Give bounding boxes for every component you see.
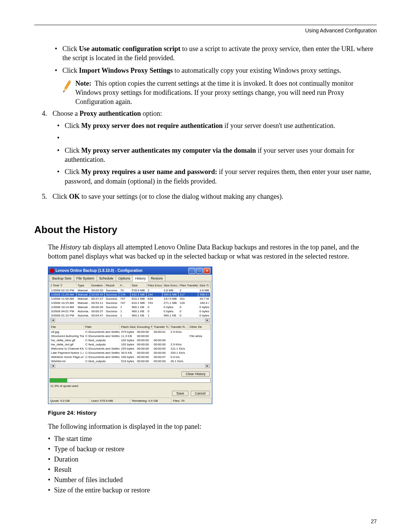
info-list-item: The start time: [48, 434, 377, 444]
table-row[interactable]: 1/2008 10:15 AMManual ...00:53:11Success…: [50, 301, 210, 305]
info-list-item: Size of the entire backup or restore: [48, 485, 377, 495]
table-row[interactable]: u6.jpgC:\Documents and Setting...479 byt…: [50, 330, 210, 334]
column-header[interactable]: Type: [76, 283, 90, 288]
table-row[interactable]: hw_delta_olive.gifC:\test_outputs102 byt…: [50, 338, 210, 342]
pencil-icon: [62, 79, 72, 94]
close-button[interactable]: ×: [204, 268, 210, 274]
status-used: Used: 578.9 MB: [89, 398, 131, 404]
maximize-button[interactable]: □: [196, 268, 203, 274]
table-row[interactable]: 1/2008 10:14 AMManual ...00:00:26Success…: [50, 305, 210, 309]
table-row[interactable]: hw_delta_red.gifC:\test_outputs102 bytes…: [50, 342, 210, 347]
tab-restore[interactable]: Restore: [148, 275, 166, 281]
step-4: Choose a Proxy authentication option: Cl…: [42, 109, 377, 186]
scroll-right-icon[interactable]: ►: [205, 318, 210, 322]
status-remaining: Remaining: 4.4 GB: [130, 398, 171, 404]
step4-bullet-domain-auth: Click My proxy server authenticates my c…: [57, 146, 377, 165]
column-header[interactable]: Patch Size: [120, 324, 136, 330]
table-row[interactable]: 1/2008 11:00 AMManual ...00:27:27Success…: [50, 297, 210, 301]
figure-caption: Figure 24: History: [48, 409, 377, 416]
status-files: Files: 70: [171, 398, 212, 404]
column-header[interactable]: Size Tr: [198, 283, 210, 288]
bullet-import-windows-proxy: Click Import Windows Proxy Settings to a…: [49, 66, 377, 75]
column-header[interactable]: t Time ▽: [50, 283, 76, 288]
minimize-button[interactable]: _: [188, 268, 195, 274]
history-intro-paragraph: The History tab displays all attempted L…: [48, 243, 377, 261]
step4-bullet-empty: [57, 133, 377, 142]
table-row[interactable]: Structured Authoring Traini...C:\Documen…: [50, 334, 210, 338]
cancel-button[interactable]: Cancel: [191, 391, 210, 396]
scroll-left-icon[interactable]: ◄: [51, 318, 55, 322]
scroll-right-icon[interactable]: ►: [205, 364, 210, 368]
column-header[interactable]: Result: [105, 283, 119, 288]
tab-options[interactable]: Options: [116, 275, 133, 281]
status-bar: Quota: 5.0 GB Used: 578.9 MB Remaining: …: [48, 398, 212, 404]
table-row[interactable]: Welcome to Channel EMC.urlC:\Documents a…: [50, 347, 210, 351]
column-header[interactable]: Encoding T...: [136, 324, 153, 330]
section-heading-about-history: About the History: [34, 224, 377, 236]
tab-file-system[interactable]: File System: [74, 275, 97, 281]
quota-label: 11.3% of quota used: [49, 383, 211, 389]
history-top-grid[interactable]: t Time ▽TypeDurationResultF...SizeFiles …: [49, 283, 211, 323]
window-title: Lenovo Online Backup (1.8.10.0) - Config…: [54, 268, 188, 273]
step-5: Click OK to save your settings (or to cl…: [42, 192, 377, 201]
table-row[interactable]: Wishlist.txtC:\test_outputs519 bytes00:0…: [50, 359, 210, 363]
note-block: Note: This option copies the current set…: [62, 79, 377, 107]
table-row[interactable]: 1/2008 11:29 AMManual ...02:05:49Success…: [50, 292, 210, 297]
info-list-item: Result: [48, 465, 377, 475]
column-header[interactable]: Duration: [90, 283, 105, 288]
running-header: Using Advanced Configuration: [34, 27, 377, 34]
column-header[interactable]: Transfer R...: [169, 324, 188, 330]
column-header[interactable]: Files Transferr...: [178, 283, 198, 288]
column-header[interactable]: Path: [84, 324, 120, 330]
tab-history[interactable]: History: [132, 275, 148, 281]
top-grid-hscrollbar[interactable]: ◄ ►: [50, 318, 210, 323]
table-row[interactable]: 1/2008 02:10 PMManual ...00:02:03Success…: [50, 288, 210, 292]
followup-paragraph: The following information is displayed i…: [48, 423, 377, 431]
step4-bullet-no-auth: Click My proxy server does not require a…: [57, 121, 377, 130]
scroll-left-icon[interactable]: ◄: [51, 364, 55, 368]
column-header[interactable]: Other De: [188, 324, 210, 330]
column-header[interactable]: Files Enco...: [147, 283, 162, 288]
status-quota: Quota: 5.0 GB: [48, 398, 89, 404]
column-header[interactable]: Size: [131, 283, 147, 288]
info-list-item: Number of files included: [48, 475, 377, 485]
history-bottom-grid[interactable]: FilePathPatch SizeEncoding T...Transfer …: [49, 324, 211, 369]
bottom-grid-hscrollbar[interactable]: ◄ ►: [50, 363, 210, 368]
tab-backup-sets[interactable]: Backup Sets: [49, 275, 74, 281]
column-header[interactable]: File: [50, 324, 84, 330]
table-row[interactable]: 3/2008 04:01 PMAutoma...00:00:37Success1…: [50, 309, 210, 313]
table-row[interactable]: 3/2008 01:10 PMAutoma...00:04:47Success1…: [50, 313, 210, 318]
column-header[interactable]: Transfer Ti...: [153, 324, 169, 330]
clear-history-button[interactable]: Clear History: [182, 371, 210, 377]
tab-schedule[interactable]: Schedule: [97, 275, 116, 281]
info-list-item: Duration: [48, 454, 377, 465]
app-icon: [50, 268, 54, 273]
page-number: 27: [34, 518, 377, 524]
save-button[interactable]: Save: [172, 391, 188, 396]
window-titlebar[interactable]: Lenovo Online Backup (1.8.10.0) - Config…: [48, 267, 212, 275]
table-row[interactable]: Late Payment Notice 1.docC:\Documents an…: [50, 351, 210, 355]
column-header[interactable]: Size Enco...: [162, 283, 178, 288]
quota-progress-bar: [49, 378, 211, 383]
bullet-auto-config-script: Click Use automatic configuration script…: [49, 44, 377, 63]
figure-history-screenshot: Lenovo Online Backup (1.8.10.0) - Config…: [48, 267, 377, 404]
table-row[interactable]: Webtime Home Page.urlC:\Documents and Se…: [50, 355, 210, 359]
info-list-item: Type of backup or restore: [48, 444, 377, 454]
column-header[interactable]: F...: [119, 283, 131, 288]
step4-bullet-user-pass: Click My proxy requires a user name and …: [57, 167, 377, 186]
